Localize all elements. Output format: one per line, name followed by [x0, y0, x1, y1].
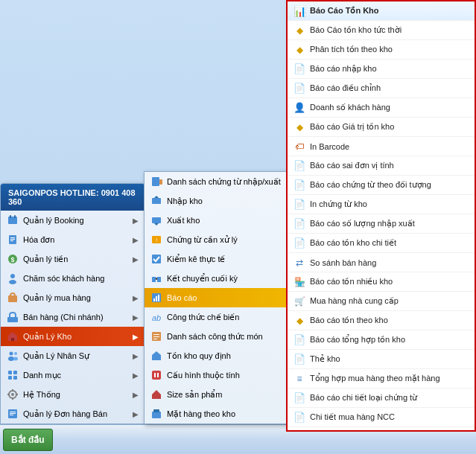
- menu-label-sale: Bán hàng (Chi nhánh): [23, 313, 128, 322]
- doc-icon: 📄: [293, 334, 305, 346]
- report-item-chi-tiet-loai-chung-tu[interactable]: 📄 Báo cáo chi tiết loại chứng từ: [288, 389, 475, 408]
- svg-marker-36: [154, 196, 159, 198]
- svg-rect-11: [8, 295, 17, 302]
- svg-rect-55: [154, 373, 156, 377]
- submenu-item-report[interactable]: Báo cáo ▶: [145, 288, 299, 307]
- report-item-the-kho[interactable]: 📄 Thẻ kho: [288, 350, 475, 369]
- svg-rect-42: [152, 277, 156, 282]
- invoice-icon: [7, 234, 19, 246]
- start-button[interactable]: Bắt đầu: [3, 429, 53, 451]
- report-item-tong-hop-ton[interactable]: 📄 Báo cáo tổng hợp tồn kho: [288, 330, 475, 350]
- report-label: Báo Cáo tồn kho tức thời: [310, 25, 402, 35]
- svg-rect-47: [158, 295, 159, 301]
- report-item-in-chung-tu[interactable]: 📄 In chứng từ kho: [288, 195, 475, 214]
- report-item-nhap-kho[interactable]: 📄 Báo cáo nhập kho: [288, 60, 475, 79]
- report-item-ton-kho-tuc-thoi[interactable]: ◆ Báo Cáo tồn kho tức thời: [288, 21, 475, 40]
- menu-item-sale[interactable]: Bán hàng (Chi nhánh) ▶: [1, 307, 145, 327]
- submenu-item-pending[interactable]: ! Chứng từ cần xử lý ▶: [145, 230, 299, 249]
- report-item-ton-nhieu-kho[interactable]: 🏪 Báo cáo tồn nhiều kho: [288, 272, 475, 292]
- submenu-item-formula-list[interactable]: Danh sách công thức món: [145, 327, 299, 346]
- submenu-item-attribute[interactable]: Cấu hình thuộc tính: [145, 365, 299, 385]
- submenu-item-voucher-list[interactable]: Danh sách chứng từ nhập/xuất: [145, 172, 299, 191]
- menu-item-invoice[interactable]: Hóa đơn ▶: [1, 230, 145, 249]
- doc-icon: 📄: [293, 218, 305, 230]
- report-label: Tổng hợp mua hàng theo mặt hàng: [310, 374, 440, 383]
- submenu-arrow: ▶: [133, 371, 139, 380]
- report-item-sai-don[interactable]: 📄 Báo cáo sai đơn vị tính: [288, 156, 475, 176]
- svg-rect-35: [152, 198, 161, 204]
- svg-text:!: !: [156, 237, 157, 243]
- submenu-arrow: ▶: [133, 352, 139, 360]
- export-icon: [150, 214, 162, 226]
- submenu-item-size[interactable]: Size sản phẩm: [145, 385, 299, 404]
- submenu-label-voucher-list: Danh sách chứng từ nhập/xuất: [167, 177, 293, 187]
- submenu-arrow: ▶: [133, 410, 139, 418]
- report-label: Báo cáo nhập kho: [310, 64, 377, 74]
- submenu-item-export[interactable]: Xuất kho ▶: [145, 211, 299, 230]
- desktop: 📊 Báo Cáo Tồn Kho ◆ Báo Cáo tồn kho tức …: [0, 0, 476, 454]
- menu-item-cash[interactable]: $ Quản lý tiền ▶: [1, 249, 145, 269]
- report-item-gia-tri-ton[interactable]: ◆ Báo cáo Giá trị tồn kho: [288, 118, 475, 137]
- report-item-ton-theo-kho[interactable]: ◆ Báo cáo tồn theo kho: [288, 311, 475, 330]
- doc-icon: 📄: [293, 160, 305, 172]
- doc-icon: 📄: [293, 199, 305, 211]
- svg-rect-19: [8, 371, 12, 374]
- menu-item-warehouse[interactable]: Quản Lý Kho ▶: [1, 327, 145, 346]
- menu-item-customer[interactable]: Chăm sóc khách hàng: [1, 269, 145, 288]
- diamond-icon: ◆: [293, 121, 305, 133]
- submenu-item-quota[interactable]: Tồn kho quy định: [145, 346, 299, 365]
- submenu-label-pending: Chứng từ cần xử lý: [167, 235, 283, 245]
- report-label: Báo cáo tồn nhiều kho: [310, 277, 393, 287]
- menu-item-purchase[interactable]: Quản lý mua hàng ▶: [1, 288, 145, 307]
- report-item-so-sanh-ban-hang[interactable]: ⇄ So sánh bán hàng: [288, 253, 475, 272]
- sale-icon: [7, 311, 19, 323]
- report-item-dieu-chinh[interactable]: 📄 Báo cáo điều chỉnh: [288, 79, 475, 98]
- svg-rect-33: [152, 177, 159, 186]
- submenu-item-transfer[interactable]: Kết chuyển cuối kỳ: [145, 269, 299, 288]
- inventory-icon: [150, 253, 162, 265]
- chart-icon: 📊: [293, 5, 305, 17]
- quota-icon: [150, 350, 162, 362]
- report-item-barcode[interactable]: 🏷 In Barcode: [288, 137, 475, 156]
- report-item-tong-hop-mua-mat-hang[interactable]: ≡ Tổng hợp mua hàng theo mặt hàng: [288, 369, 475, 389]
- report-label: Báo cáo Giá trị tồn kho: [310, 122, 394, 132]
- report-item-ton-kho-chi-tiet[interactable]: 📄 Báo cáo tồn kho chi tiết: [288, 234, 475, 253]
- submenu-item-inventory[interactable]: Kiểm kê thực tế ▶: [145, 249, 299, 269]
- report-item-danh-so-kh[interactable]: 👤 Doanh số khách hàng: [288, 98, 475, 118]
- svg-rect-21: [8, 376, 12, 380]
- formula-icon: ab: [150, 311, 162, 323]
- report-label: Báo cáo số lượng nhập xuất: [310, 219, 415, 228]
- import-icon: [150, 195, 162, 207]
- svg-rect-59: [153, 409, 159, 412]
- svg-rect-52: [153, 339, 157, 339]
- menu-label-customer: Chăm sóc khách hàng: [23, 274, 139, 283]
- doc-icon: 📄: [293, 354, 305, 365]
- svg-point-18: [13, 357, 18, 361]
- tag-icon: 🏷: [293, 141, 305, 153]
- menu-item-booking[interactable]: Quản lý Booking ▶: [1, 211, 145, 230]
- menu-item-catalog[interactable]: Danh mục ▶: [1, 365, 145, 385]
- svg-rect-31: [10, 413, 16, 414]
- menu-header: SAIGONPOS HOTLINE: 0901 408 360: [1, 184, 145, 211]
- report-item-chung-tu-doi-tuong[interactable]: 📄 Báo cáo chứng từ theo đối tượng: [288, 176, 475, 195]
- report-item-chi-tiet-mua-ncc[interactable]: 📄 Chi tiết mua hàng NCC: [288, 408, 475, 427]
- report-item-phan-tich-ton[interactable]: ◆ Phân tích tồn theo kho: [288, 40, 475, 60]
- report-item-theo-loai-chung-tu[interactable]: ◑ Báo cáo theo loại chứng từ: [288, 427, 475, 432]
- report-label: Báo cáo chứng từ theo đối tượng: [310, 180, 431, 190]
- svg-text:$: $: [10, 256, 14, 263]
- svg-rect-30: [10, 412, 16, 412]
- svg-rect-1: [10, 215, 11, 218]
- submenu-item-item-by-kho[interactable]: Mặt hàng theo kho: [145, 404, 299, 423]
- submenu-label-formula-list: Danh sách công thức món: [167, 332, 293, 342]
- svg-rect-58: [152, 412, 161, 418]
- menu-item-hr[interactable]: Quản Lý Nhân Sự ▶: [1, 346, 145, 365]
- svg-rect-4: [10, 237, 15, 238]
- report-item-ton-kho[interactable]: 📊 Báo Cáo Tồn Kho: [288, 1, 475, 21]
- menu-item-system[interactable]: Hệ Thống ▶: [1, 385, 145, 404]
- menu-item-order[interactable]: Quản lý Đơn hàng Bán ▶: [1, 404, 145, 423]
- submenu-item-import[interactable]: Nhập kho ▶: [145, 191, 299, 211]
- report-item-so-luong-nhap-xuat[interactable]: 📄 Báo cáo số lượng nhập xuất: [288, 214, 475, 234]
- report-item-mua-hang-ncc[interactable]: 🛒 Mua hàng nhà cung cấp: [288, 292, 475, 311]
- submenu-item-formula[interactable]: ab Công thức chế biến: [145, 307, 299, 327]
- submenu-label-attribute: Cấu hình thuộc tính: [167, 371, 293, 380]
